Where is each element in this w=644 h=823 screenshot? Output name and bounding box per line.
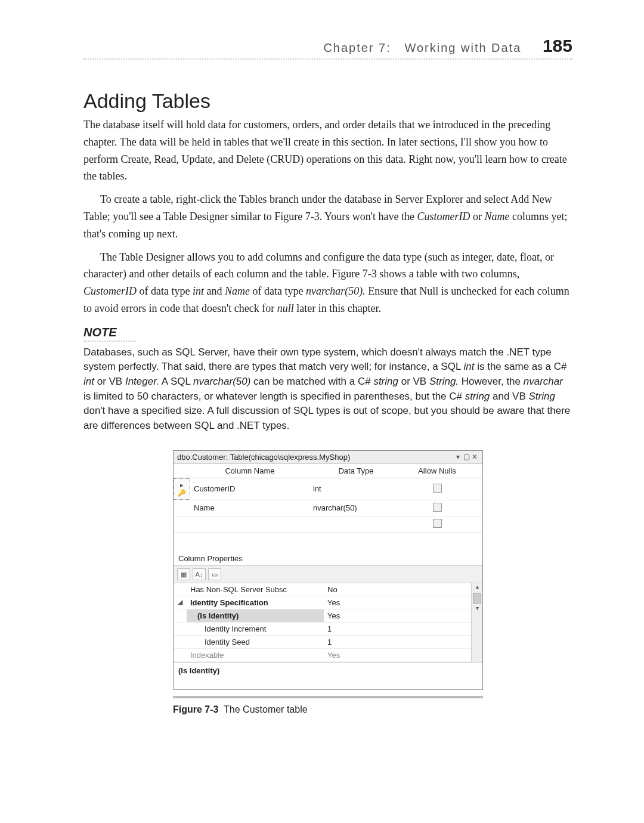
scroll-thumb[interactable] xyxy=(473,593,481,604)
maximize-icon[interactable]: ▢ xyxy=(462,453,470,461)
cell-column-name[interactable]: Name xyxy=(190,501,309,515)
checkbox-icon[interactable] xyxy=(433,519,442,528)
property-description: (Is Identity) xyxy=(174,662,482,689)
menu-icon[interactable]: ▾ xyxy=(454,453,462,461)
figure-7-3: dbo.Customer: Table(chicago\sqlexpress.M… xyxy=(173,450,483,715)
header-column-name: Column Name xyxy=(190,464,309,478)
note-heading: NOTE xyxy=(83,326,572,339)
note-body: Databases, such as SQL Server, have thei… xyxy=(83,345,572,434)
window-titlebar: dbo.Customer: Table(chicago\sqlexpress.M… xyxy=(174,451,482,463)
prop-identity-increment[interactable]: Identity Increment 1 xyxy=(174,623,482,636)
paragraph-3: The Table Designer allows you to add col… xyxy=(83,249,572,317)
cell-column-name[interactable] xyxy=(190,522,309,527)
grid-row-name[interactable]: Name nvarchar(50) xyxy=(174,500,482,516)
running-header: Chapter 7: Working with Data 185 xyxy=(83,36,572,60)
scroll-up-icon[interactable]: ▴ xyxy=(472,583,482,592)
table-designer-window: dbo.Customer: Table(chicago\sqlexpress.M… xyxy=(173,450,483,690)
cell-data-type[interactable] xyxy=(309,522,402,527)
checkbox-icon[interactable] xyxy=(433,503,442,512)
properties-toolbar: ▦ A↓ ▭ xyxy=(174,565,482,583)
primary-key-icon: ▸🔑 xyxy=(174,478,190,500)
page-number: 185 xyxy=(543,36,572,55)
chapter-title: Working with Data xyxy=(404,41,521,54)
column-properties-title: Column Properties xyxy=(174,550,482,565)
properties-grid: Has Non-SQL Server Subsc No ◢ Identity S… xyxy=(174,583,482,662)
properties-scrollbar[interactable]: ▴ ▾ xyxy=(471,583,482,662)
chapter-label: Chapter 7: xyxy=(323,41,391,54)
expand-icon[interactable]: ◢ xyxy=(174,596,187,609)
figure-rule xyxy=(173,696,483,698)
close-icon[interactable]: ✕ xyxy=(470,453,479,461)
window-title: dbo.Customer: Table(chicago\sqlexpress.M… xyxy=(177,453,454,462)
paragraph-1: The database itself will hold data for c… xyxy=(83,116,572,185)
checkbox-icon[interactable] xyxy=(433,484,442,493)
prop-has-non-sql[interactable]: Has Non-SQL Server Subsc No xyxy=(174,583,482,596)
cell-column-name[interactable]: CustomerID xyxy=(190,482,309,496)
scroll-down-icon[interactable]: ▾ xyxy=(472,605,482,613)
figure-caption: Figure 7-3 The Customer table xyxy=(173,704,483,715)
alphabetical-button[interactable]: A↓ xyxy=(193,568,206,580)
properties-page-button[interactable]: ▭ xyxy=(208,568,221,580)
header-allow-nulls: Allow Nulls xyxy=(402,464,472,478)
cell-data-type[interactable]: int xyxy=(309,482,402,496)
prop-indexable[interactable]: Indexable Yes xyxy=(174,649,482,662)
cell-allow-nulls[interactable] xyxy=(402,500,472,516)
section-title: Adding Tables xyxy=(83,89,572,113)
grid-header: Column Name Data Type Allow Nulls xyxy=(174,463,482,478)
prop-identity-specification[interactable]: ◢ Identity Specification Yes xyxy=(174,596,482,609)
grid-row-empty[interactable] xyxy=(174,516,482,533)
cell-allow-nulls[interactable] xyxy=(402,481,472,497)
cell-data-type[interactable]: nvarchar(50) xyxy=(309,501,402,515)
paragraph-2: To create a table, right-click the Table… xyxy=(83,191,572,242)
grid-row-customerid[interactable]: ▸🔑 CustomerID int xyxy=(174,478,482,500)
prop-is-identity[interactable]: (Is Identity) Yes ▾ xyxy=(174,609,482,623)
header-data-type: Data Type xyxy=(309,464,402,478)
prop-identity-seed[interactable]: Identity Seed 1 xyxy=(174,636,482,649)
note-rule xyxy=(83,341,136,342)
cell-allow-nulls[interactable] xyxy=(402,516,472,532)
categorized-button[interactable]: ▦ xyxy=(177,568,190,580)
